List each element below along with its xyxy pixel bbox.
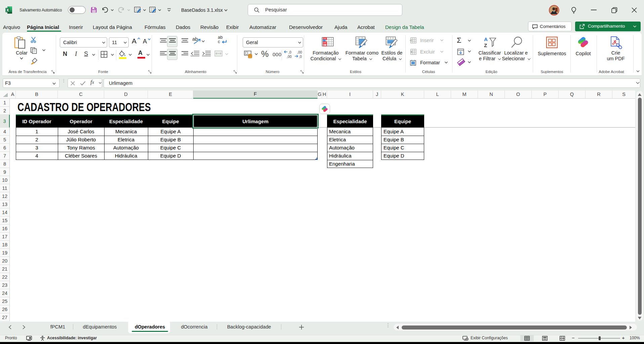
svg-text:,0: ,0 — [288, 50, 291, 54]
svg-text:A: A — [484, 37, 488, 42]
svg-text:X: X — [6, 8, 9, 12]
svg-text:Z: Z — [484, 42, 487, 48]
svg-text:,0: ,0 — [299, 55, 302, 59]
svg-text:,00: ,00 — [287, 55, 292, 59]
svg-text:,00: ,00 — [297, 50, 302, 54]
